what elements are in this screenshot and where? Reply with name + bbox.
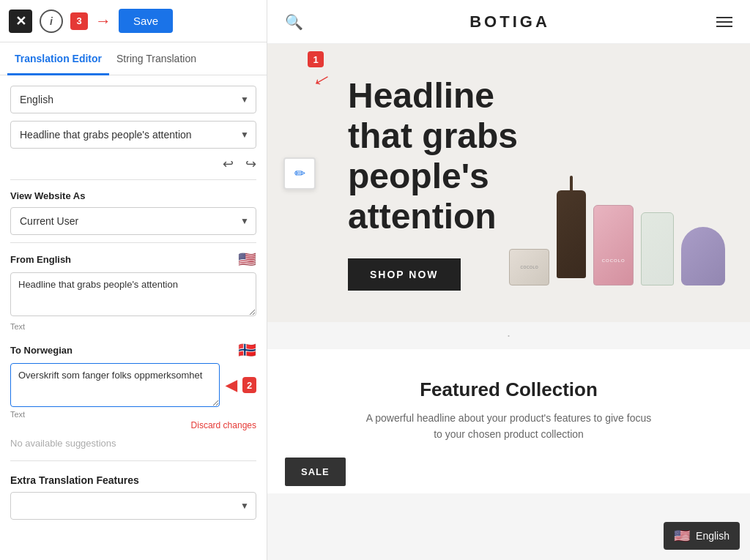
product-pump-bottle: [557, 190, 586, 285]
left-panel: ✕ i 3 → Save Translation Editor String T…: [0, 0, 267, 560]
edit-pencil-button[interactable]: ✏: [283, 157, 316, 190]
tab-string-translation[interactable]: String Translation: [109, 42, 204, 75]
arrow-icon: →: [95, 12, 111, 31]
next-arrow[interactable]: ↪: [245, 156, 256, 172]
prev-arrow[interactable]: ↩: [223, 156, 234, 172]
annotation-1-wrap: 1 →: [308, 51, 334, 94]
separator: ·: [267, 322, 750, 349]
hero-content: Headline that grabs people's attention S…: [348, 75, 553, 291]
hamburger-menu[interactable]: [716, 17, 732, 27]
string-dropdown[interactable]: Headline that grabs people's attention: [10, 121, 256, 149]
tabs-bar: Translation Editor String Translation: [0, 42, 267, 75]
extra-section-title: Extra Translation Features: [10, 474, 256, 486]
featured-subtitle: A powerful headline about your product's…: [363, 410, 656, 443]
info-button[interactable]: i: [40, 10, 63, 33]
annotation-badge-2: 2: [242, 377, 256, 393]
featured-section: Featured Collection A powerful headline …: [267, 349, 750, 458]
panel-content: English ▼ Headline that grabs people's a…: [0, 75, 267, 560]
language-dropdown-wrap: English ▼: [10, 86, 256, 113]
top-bar: ✕ i 3 → Save: [0, 0, 267, 42]
close-button[interactable]: ✕: [9, 10, 32, 33]
sale-button[interactable]: SALE: [285, 458, 346, 486]
sale-area: SALE: [267, 458, 750, 493]
extra-dropdown-wrap: ▼: [10, 492, 256, 520]
to-norwegian-wrap: Overskrift som fanger folks oppmerksomhe…: [10, 363, 256, 407]
extra-dropdown[interactable]: [10, 492, 256, 520]
from-flag: 🇺🇸: [238, 250, 256, 268]
from-field-type: Text: [10, 322, 256, 331]
product-pink-bottle: [593, 205, 634, 285]
site-header: 🔍 BOTIGA: [267, 0, 750, 44]
pencil-icon: ✏: [294, 165, 305, 182]
shop-now-button[interactable]: SHOP NOW: [348, 258, 461, 291]
view-as-dropdown-wrap: Current User ▼: [10, 207, 256, 235]
to-section-header: To Norwegian 🇳🇴: [10, 341, 256, 359]
discard-link[interactable]: Discard changes: [191, 420, 256, 430]
tab-translation-editor[interactable]: Translation Editor: [7, 42, 109, 75]
discard-row: Discard changes: [10, 420, 256, 430]
product-glass-bottle: [641, 212, 674, 285]
search-icon[interactable]: 🔍: [285, 13, 303, 31]
string-dropdown-wrap: Headline that grabs people's attention ▼: [10, 121, 256, 149]
from-section-label: From English: [10, 254, 71, 265]
save-button[interactable]: Save: [119, 9, 173, 33]
hero-section: 1 → ✏ Headline that grabs people's atten…: [267, 44, 750, 322]
nav-arrows: ↩ ↪: [10, 156, 256, 172]
suggestions-text: No available suggestions: [10, 438, 256, 449]
to-section-label: To Norwegian: [10, 345, 73, 356]
language-dropdown[interactable]: English: [10, 86, 256, 113]
view-as-label: View Website As: [10, 190, 256, 201]
to-field-type: Text: [10, 410, 256, 419]
from-section-header: From English 🇺🇸: [10, 250, 256, 268]
hero-headline: Headline that grabs people's attention: [348, 75, 553, 237]
featured-title: Featured Collection: [285, 378, 732, 401]
english-flag: 🇺🇸: [674, 528, 690, 544]
english-label: English: [696, 530, 729, 542]
right-panel: 🔍 BOTIGA 1 → ✏ Headline that grabs peopl…: [267, 0, 750, 560]
product-lavender: [681, 227, 725, 285]
step-badge: 3: [70, 12, 88, 30]
site-logo: BOTIGA: [469, 12, 550, 31]
from-english-textarea[interactable]: Headline that grabs people's attention: [10, 272, 256, 316]
to-flag: 🇳🇴: [238, 341, 256, 359]
english-badge[interactable]: 🇺🇸 English: [664, 522, 740, 550]
annotation-arrow-2: ◀: [226, 376, 237, 394]
view-as-dropdown[interactable]: Current User: [10, 207, 256, 235]
to-norwegian-textarea[interactable]: Overskrift som fanger folks oppmerksomhe…: [10, 363, 220, 407]
